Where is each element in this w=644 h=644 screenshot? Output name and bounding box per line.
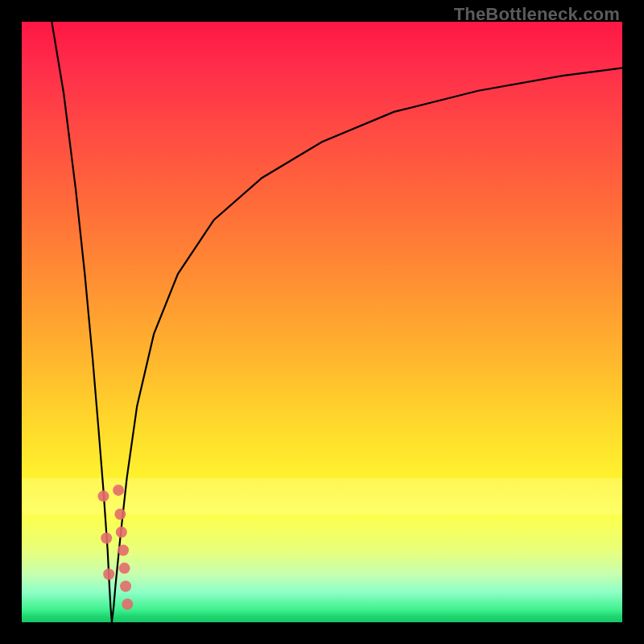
bottleneck-marker xyxy=(103,568,114,580)
bottleneck-marker xyxy=(118,544,129,555)
bottleneck-marker xyxy=(120,580,131,592)
bottleneck-marker xyxy=(114,509,126,520)
bottleneck-marker xyxy=(119,563,130,574)
bottleneck-marker xyxy=(101,533,112,544)
plot-area xyxy=(22,22,622,622)
bottleneck-marker xyxy=(113,485,124,496)
bottleneck-marker xyxy=(116,526,127,538)
chart-stage: TheBottleneck.com xyxy=(0,0,644,644)
bottleneck-marker xyxy=(122,599,133,610)
bottleneck-curve xyxy=(52,22,622,622)
source-label: TheBottleneck.com xyxy=(454,4,620,25)
bottleneck-marker xyxy=(97,490,109,502)
marker-cluster-left xyxy=(97,490,114,580)
curve-svg xyxy=(22,22,622,622)
